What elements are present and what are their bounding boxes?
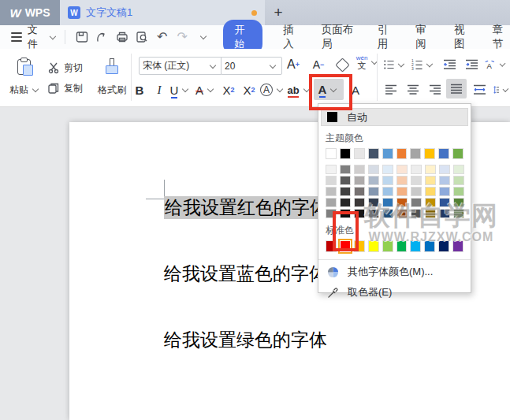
- underline-button[interactable]: U: [169, 80, 192, 99]
- color-swatch[interactable]: [396, 176, 408, 185]
- color-swatch[interactable]: [382, 176, 393, 185]
- color-swatch[interactable]: [438, 240, 449, 252]
- color-swatch[interactable]: [382, 198, 393, 207]
- export-button[interactable]: [91, 28, 112, 46]
- doc-line[interactable]: 给我设置绿色的字体: [164, 327, 329, 353]
- color-swatch[interactable]: [425, 165, 436, 174]
- color-swatch[interactable]: [453, 187, 464, 196]
- bold-button[interactable]: B: [131, 80, 148, 99]
- color-swatch[interactable]: [354, 198, 365, 207]
- color-swatch[interactable]: [368, 209, 379, 218]
- shrink-font-button[interactable]: A−: [309, 55, 328, 74]
- color-swatch[interactable]: [340, 198, 351, 207]
- color-swatch[interactable]: [382, 165, 393, 174]
- color-swatch[interactable]: [453, 176, 464, 185]
- color-swatch[interactable]: [354, 165, 365, 174]
- color-swatch[interactable]: [411, 176, 422, 185]
- justify-button[interactable]: [446, 79, 467, 98]
- color-swatch[interactable]: [354, 187, 365, 196]
- color-swatch[interactable]: [425, 209, 436, 218]
- font-color-button[interactable]: A: [314, 79, 344, 100]
- color-swatch[interactable]: [411, 165, 422, 174]
- doc-line[interactable]: 给我设置蓝色的字体: [164, 261, 329, 287]
- color-swatch[interactable]: [326, 148, 337, 159]
- increase-indent-button[interactable]: [462, 55, 481, 74]
- highlight-button[interactable]: ab: [287, 80, 312, 99]
- color-swatch[interactable]: [411, 209, 422, 218]
- color-swatch[interactable]: [326, 209, 337, 218]
- color-swatch[interactable]: [368, 187, 379, 196]
- color-swatch[interactable]: [396, 240, 408, 252]
- color-swatch[interactable]: [354, 176, 365, 185]
- color-swatch[interactable]: [340, 148, 351, 159]
- color-swatch[interactable]: [452, 240, 463, 252]
- line-spacing-button[interactable]: [490, 80, 510, 99]
- strikethrough-button[interactable]: A: [194, 80, 218, 99]
- color-swatch[interactable]: [340, 187, 351, 196]
- decrease-indent-button[interactable]: [440, 55, 459, 74]
- text-effects-button[interactable]: A: [260, 80, 285, 99]
- color-swatch[interactable]: [368, 176, 379, 185]
- more-font-colors-item[interactable]: 其他字体颜色(M)...: [318, 262, 471, 282]
- color-swatch[interactable]: [439, 209, 450, 218]
- cut-button[interactable]: 剪切: [47, 58, 95, 77]
- color-swatch[interactable]: [396, 148, 408, 159]
- distribute-button[interactable]: [470, 80, 489, 99]
- color-swatch[interactable]: [340, 209, 351, 218]
- color-swatch[interactable]: [439, 176, 450, 185]
- color-swatch[interactable]: [411, 187, 422, 196]
- print-button[interactable]: [112, 28, 132, 46]
- color-swatch[interactable]: [425, 176, 436, 185]
- align-right-button[interactable]: [426, 80, 445, 99]
- color-swatch[interactable]: [396, 198, 408, 207]
- color-swatch[interactable]: [326, 187, 337, 196]
- italic-button[interactable]: I: [151, 80, 167, 99]
- color-swatch[interactable]: [382, 240, 393, 252]
- subscript-button[interactable]: X2: [240, 80, 259, 99]
- menu-tab-4[interactable]: 引用: [378, 23, 396, 51]
- color-swatch[interactable]: [340, 165, 351, 174]
- color-swatch[interactable]: [340, 176, 351, 185]
- redo-button[interactable]: ↷: [172, 28, 192, 46]
- color-swatch[interactable]: [382, 187, 393, 196]
- color-swatch[interactable]: [368, 165, 379, 174]
- color-swatch[interactable]: [382, 148, 393, 159]
- color-swatch[interactable]: [410, 148, 421, 159]
- color-swatch[interactable]: [410, 240, 421, 252]
- color-swatch[interactable]: [326, 240, 337, 252]
- font-name-combo[interactable]: 宋体 (正文): [139, 57, 222, 75]
- numbering-button[interactable]: 123: [411, 55, 435, 74]
- color-swatch[interactable]: [396, 209, 408, 218]
- menu-tab-3[interactable]: 页面布局: [322, 23, 357, 51]
- color-swatch[interactable]: [439, 187, 450, 196]
- eyedropper-item[interactable]: 取色器(E): [318, 282, 471, 303]
- color-swatch[interactable]: [396, 165, 408, 174]
- color-swatch[interactable]: [411, 198, 422, 207]
- toolbar-more-button[interactable]: [192, 28, 213, 46]
- bullets-button[interactable]: [383, 55, 407, 74]
- font-size-combo[interactable]: 20: [221, 57, 282, 75]
- menu-tab-7[interactable]: 章节: [492, 23, 510, 51]
- menu-tab-5[interactable]: 审阅: [415, 23, 434, 51]
- color-swatch[interactable]: [453, 165, 464, 174]
- color-swatch[interactable]: [368, 198, 379, 207]
- print-preview-button[interactable]: [132, 28, 152, 46]
- wps-menu-button[interactable]: W WPS: [0, 0, 60, 25]
- align-left-button[interactable]: [382, 80, 400, 99]
- text-direction-button[interactable]: A: [484, 55, 508, 74]
- align-center-button[interactable]: [404, 80, 423, 99]
- color-swatch[interactable]: [452, 148, 463, 159]
- color-swatch[interactable]: [354, 148, 365, 159]
- color-swatch[interactable]: [425, 187, 436, 196]
- file-menu[interactable]: 文件: [28, 23, 47, 51]
- doc-line[interactable]: 给我设置红色的字体: [164, 195, 329, 221]
- color-swatch[interactable]: [439, 198, 450, 207]
- color-swatch[interactable]: [424, 240, 435, 252]
- color-swatch[interactable]: [438, 148, 449, 159]
- color-swatch[interactable]: [354, 240, 365, 252]
- clear-format-button[interactable]: [333, 55, 352, 74]
- menu-tab-2[interactable]: 插入: [283, 23, 301, 51]
- color-swatch[interactable]: [326, 198, 337, 207]
- grow-font-button[interactable]: A+: [284, 55, 303, 74]
- save-button[interactable]: [72, 28, 92, 46]
